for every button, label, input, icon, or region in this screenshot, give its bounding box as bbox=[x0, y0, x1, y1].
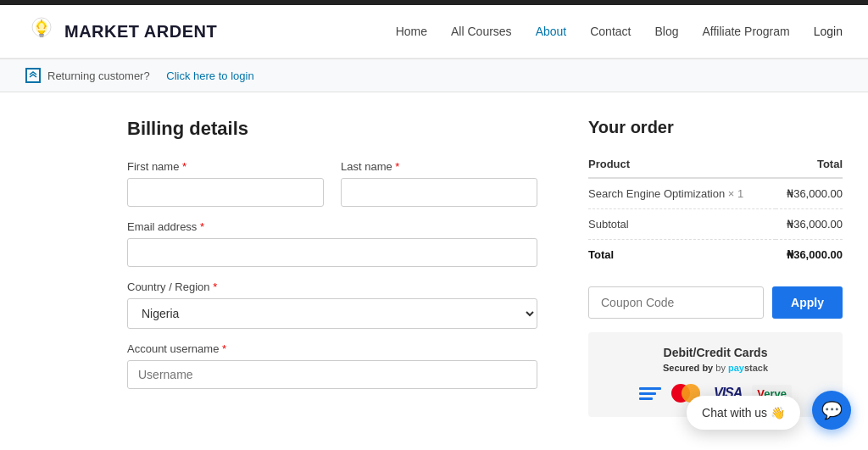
chat-button[interactable]: 💬 bbox=[812, 391, 851, 430]
main-content: Billing details First name * Last name *… bbox=[0, 92, 868, 442]
subtotal-label: Subtotal bbox=[588, 209, 776, 240]
secured-by-text: Secured by by paystack bbox=[602, 363, 829, 373]
nav-login[interactable]: Login bbox=[814, 25, 843, 38]
returning-customer-bar: Returning customer? Click here to login bbox=[0, 58, 868, 92]
nav-contact[interactable]: Contact bbox=[590, 25, 631, 38]
nav-all-courses[interactable]: All Courses bbox=[451, 25, 512, 38]
last-name-label: Last name * bbox=[341, 160, 537, 173]
header: MARKET ARDENT Home All Courses About Con… bbox=[0, 5, 868, 58]
email-input[interactable] bbox=[127, 238, 537, 267]
email-label: Email address * bbox=[127, 220, 537, 233]
logo-icon bbox=[25, 15, 58, 47]
email-group: Email address * bbox=[127, 220, 537, 267]
first-name-input[interactable] bbox=[127, 178, 324, 207]
table-row: Search Engine Optimization × 1 ₦36,000.0… bbox=[588, 178, 843, 209]
nav-affiliate[interactable]: Affiliate Program bbox=[703, 25, 790, 38]
username-group: Account username * bbox=[127, 342, 537, 389]
total-row: Total ₦36,000.00 bbox=[588, 240, 843, 270]
username-label: Account username * bbox=[127, 342, 537, 355]
order-table: Product Total Search Engine Optimization… bbox=[588, 151, 843, 269]
username-input[interactable] bbox=[127, 360, 537, 389]
apply-coupon-button[interactable]: Apply bbox=[772, 286, 843, 319]
last-name-input[interactable] bbox=[341, 178, 537, 207]
product-price: ₦36,000.00 bbox=[776, 178, 843, 209]
last-name-group: Last name * bbox=[341, 160, 537, 207]
country-group: Country / Region * Nigeria Ghana South A… bbox=[127, 281, 537, 329]
subtotal-row: Subtotal ₦36,000.00 bbox=[588, 209, 843, 240]
col-product: Product bbox=[588, 151, 776, 178]
subtotal-value: ₦36,000.00 bbox=[776, 209, 843, 240]
country-label: Country / Region * bbox=[127, 281, 537, 293]
returning-customer-icon bbox=[25, 68, 41, 83]
main-nav: Home All Courses About Contact Blog Affi… bbox=[396, 25, 843, 38]
total-label: Total bbox=[588, 240, 776, 270]
nav-blog[interactable]: Blog bbox=[654, 25, 678, 38]
paystack-brand: pay bbox=[728, 363, 744, 373]
chat-text: Chat with us 👋 bbox=[702, 406, 785, 419]
col-total: Total bbox=[776, 151, 843, 178]
chat-widget[interactable]: Chat with us 👋 bbox=[687, 396, 800, 430]
svg-rect-3 bbox=[40, 36, 44, 38]
nav-about[interactable]: About bbox=[536, 25, 567, 38]
coupon-input[interactable] bbox=[588, 286, 764, 319]
first-name-group: First name * bbox=[127, 160, 324, 207]
country-select[interactable]: Nigeria Ghana South Africa Kenya bbox=[127, 298, 537, 329]
order-title: Your order bbox=[588, 118, 843, 137]
chat-bubble-icon: 💬 bbox=[821, 400, 843, 420]
stripe-card-icon bbox=[639, 387, 661, 400]
returning-customer-login-link[interactable]: Click here to login bbox=[166, 69, 253, 82]
logo[interactable]: MARKET ARDENT bbox=[25, 15, 217, 47]
nav-home[interactable]: Home bbox=[396, 25, 427, 38]
billing-section: Billing details First name * Last name *… bbox=[127, 118, 537, 417]
first-name-label: First name * bbox=[127, 160, 324, 173]
product-name: Search Engine Optimization × 1 bbox=[588, 178, 776, 209]
order-section: Your order Product Total Search Engine O… bbox=[588, 118, 843, 417]
svg-rect-2 bbox=[39, 34, 44, 36]
logo-text: MARKET ARDENT bbox=[64, 22, 217, 42]
total-value: ₦36,000.00 bbox=[776, 240, 843, 270]
payment-card-title: Debit/Credit Cards bbox=[602, 346, 829, 359]
coupon-row: Apply bbox=[588, 286, 843, 319]
name-row: First name * Last name * bbox=[127, 160, 537, 207]
returning-customer-text: Returning customer? bbox=[47, 69, 150, 82]
billing-title: Billing details bbox=[127, 118, 537, 140]
